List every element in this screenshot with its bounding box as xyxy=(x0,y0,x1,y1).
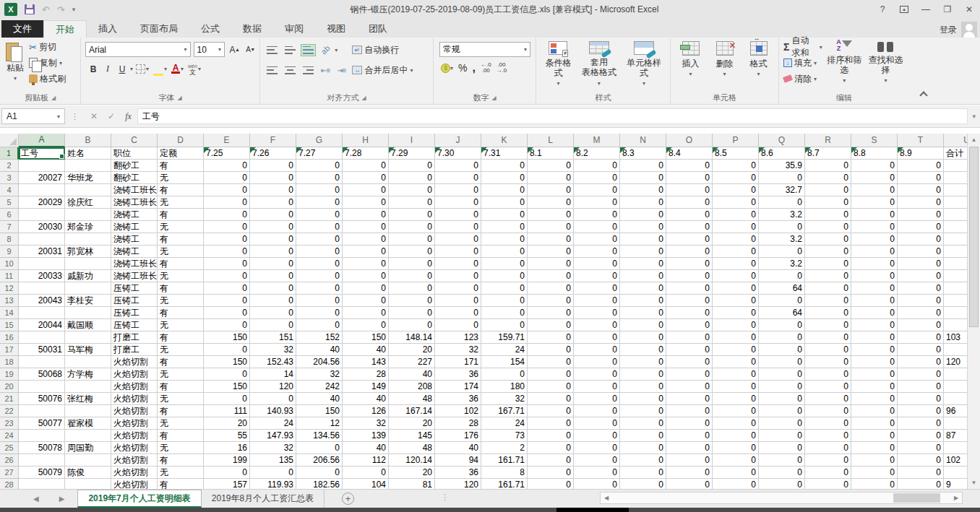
cell-G28[interactable]: 182.56 xyxy=(296,479,343,489)
cell-O14[interactable]: 0 xyxy=(666,307,713,319)
decrease-decimal-icon[interactable]: .00→.0 xyxy=(497,62,507,74)
cell-Q5[interactable]: 0 xyxy=(759,196,805,209)
cell-D24[interactable]: 有 xyxy=(158,430,204,442)
cell-S1[interactable]: 8.8 xyxy=(851,147,898,160)
cell-T7[interactable]: 0 xyxy=(898,221,944,233)
cell-O26[interactable]: 0 xyxy=(666,454,713,467)
phonetic-button[interactable]: wén文▾ xyxy=(186,61,202,77)
cell-E25[interactable]: 16 xyxy=(204,442,250,454)
cell-N1[interactable]: 8.3 xyxy=(620,147,666,160)
cell-Q8[interactable]: 3.2 xyxy=(759,233,805,246)
dialog-launcher-icon[interactable]: ◢ xyxy=(361,95,366,101)
cell-U8[interactable] xyxy=(944,233,967,246)
cell-L7[interactable]: 0 xyxy=(528,221,574,233)
cell-L21[interactable]: 0 xyxy=(528,393,574,405)
row-header-9[interactable]: 9 xyxy=(0,246,19,258)
cell-B13[interactable]: 李桂安 xyxy=(65,295,111,307)
row-header-8[interactable]: 8 xyxy=(0,233,19,246)
cell-B6[interactable] xyxy=(65,209,111,221)
cell-N14[interactable]: 0 xyxy=(620,307,666,319)
decrease-font-icon[interactable]: A▾ xyxy=(244,42,257,57)
paste-button[interactable]: 粘贴▾ xyxy=(3,39,27,91)
cell-J28[interactable]: 120 xyxy=(435,479,481,489)
cell-M11[interactable]: 0 xyxy=(574,270,620,282)
cell-E9[interactable]: 0 xyxy=(204,246,250,258)
cell-J13[interactable]: 0 xyxy=(435,295,481,307)
cell-U1[interactable]: 合计 xyxy=(944,147,967,160)
cell-R19[interactable]: 0 xyxy=(805,368,851,381)
cell-L9[interactable]: 0 xyxy=(528,246,574,258)
cell-M9[interactable]: 0 xyxy=(574,246,620,258)
cell-P4[interactable]: 0 xyxy=(713,184,759,196)
cell-C19[interactable]: 火焰切割 xyxy=(111,368,158,381)
name-box[interactable]: A1▾ xyxy=(1,108,65,124)
cell-B28[interactable] xyxy=(65,479,111,489)
cell-K27[interactable]: 8 xyxy=(481,467,528,479)
cell-U26[interactable]: 102 xyxy=(944,454,967,467)
cell-K18[interactable]: 154 xyxy=(481,356,528,368)
cell-C3[interactable]: 翻砂工 xyxy=(111,172,158,184)
cell-L3[interactable]: 0 xyxy=(528,172,574,184)
cell-F3[interactable]: 0 xyxy=(250,172,296,184)
cell-F6[interactable]: 0 xyxy=(250,209,296,221)
cell-Q25[interactable]: 0 xyxy=(759,442,805,454)
col-header-A[interactable]: A xyxy=(19,134,65,147)
col-header-F[interactable]: F xyxy=(250,134,296,147)
underline-button[interactable]: U xyxy=(116,61,129,77)
cell-K7[interactable]: 0 xyxy=(481,221,528,233)
cell-A14[interactable] xyxy=(19,307,65,319)
cell-R5[interactable]: 0 xyxy=(805,196,851,209)
cell-P16[interactable]: 0 xyxy=(713,331,759,344)
increase-font-icon[interactable]: A▴ xyxy=(228,42,241,57)
cell-C13[interactable]: 压铸工 xyxy=(111,295,158,307)
cell-C23[interactable]: 火焰切割 xyxy=(111,417,158,430)
cell-S28[interactable]: 0 xyxy=(851,479,898,489)
cell-F7[interactable]: 0 xyxy=(250,221,296,233)
cell-G23[interactable]: 12 xyxy=(296,417,343,430)
cell-P3[interactable]: 0 xyxy=(713,172,759,184)
cell-S27[interactable]: 0 xyxy=(851,467,898,479)
merge-center-button[interactable]: ↔合并后居中▾ xyxy=(351,62,414,78)
row-header-12[interactable]: 12 xyxy=(0,282,19,295)
cell-D8[interactable]: 有 xyxy=(158,233,204,246)
cell-A13[interactable]: 20043 xyxy=(19,295,65,307)
expand-formula-bar-icon[interactable]: ▾ xyxy=(968,113,980,120)
cell-D23[interactable]: 无 xyxy=(158,417,204,430)
cell-E4[interactable]: 0 xyxy=(204,184,250,196)
sort-filter-button[interactable]: AZ 排序和筛选▾ xyxy=(824,39,865,91)
vertical-scrollbar[interactable]: ▲ ▼ xyxy=(967,134,980,489)
cell-E5[interactable]: 0 xyxy=(204,196,250,209)
cell-P19[interactable]: 0 xyxy=(713,368,759,381)
cell-M4[interactable]: 0 xyxy=(574,184,620,196)
col-header-J[interactable]: J xyxy=(435,134,481,147)
cell-G25[interactable]: 0 xyxy=(296,442,343,454)
cell-Q1[interactable]: 8.6 xyxy=(759,147,805,160)
cell-S14[interactable]: 0 xyxy=(851,307,898,319)
cell-G24[interactable]: 134.56 xyxy=(296,430,343,442)
cell-A17[interactable]: 50031 xyxy=(19,344,65,356)
cell-B11[interactable]: 戚新功 xyxy=(65,270,111,282)
row-header-18[interactable]: 18 xyxy=(0,356,19,368)
cell-A21[interactable]: 50076 xyxy=(19,393,65,405)
cell-U21[interactable] xyxy=(944,393,967,405)
cell-D4[interactable]: 有 xyxy=(158,184,204,196)
cell-I20[interactable]: 208 xyxy=(389,381,435,393)
cell-D22[interactable]: 有 xyxy=(158,405,204,417)
cell-H28[interactable]: 104 xyxy=(343,479,389,489)
row-header-2[interactable]: 2 xyxy=(0,160,19,172)
cell-L4[interactable]: 0 xyxy=(528,184,574,196)
cell-J22[interactable]: 102 xyxy=(435,405,481,417)
cell-T8[interactable]: 0 xyxy=(898,233,944,246)
row-header-1[interactable]: 1 xyxy=(0,147,19,160)
cell-G26[interactable]: 206.56 xyxy=(296,454,343,467)
cell-C20[interactable]: 火焰切割 xyxy=(111,381,158,393)
cell-R28[interactable]: 0 xyxy=(805,479,851,489)
cell-I27[interactable]: 20 xyxy=(389,467,435,479)
cell-N26[interactable]: 0 xyxy=(620,454,666,467)
cell-L12[interactable]: 0 xyxy=(528,282,574,295)
cell-M1[interactable]: 8.2 xyxy=(574,147,620,160)
cell-O9[interactable]: 0 xyxy=(666,246,713,258)
cell-P14[interactable]: 0 xyxy=(713,307,759,319)
cell-J27[interactable]: 36 xyxy=(435,467,481,479)
cell-J20[interactable]: 174 xyxy=(435,381,481,393)
